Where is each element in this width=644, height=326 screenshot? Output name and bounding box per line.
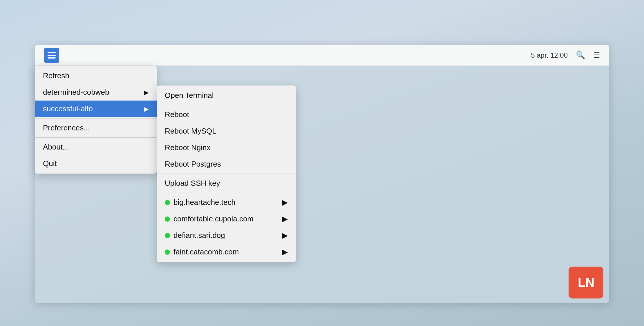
submenu-arrow-icon: ▶ [144,89,149,96]
menu-item-successful-alto[interactable]: successful-alto ▶ [35,101,157,117]
menu-item-quit[interactable]: Quit [35,155,157,172]
menu-icon[interactable]: ☰ [593,51,600,60]
primary-menu: Refresh determined-cobweb ▶ successful-a… [35,66,157,174]
menu-divider-1 [35,118,157,119]
menu-item-defiant-sari[interactable]: defiant.sari.dog ▶ [157,227,296,244]
server-status-dot [165,200,170,205]
menu-item-open-terminal[interactable]: Open Terminal [157,87,296,104]
menu-item-upload-ssh-key[interactable]: Upload SSH key [157,175,296,192]
submenu-arrow-icon: ▶ [282,214,288,223]
sec-divider-2 [157,174,296,174]
menu-item-reboot[interactable]: Reboot [157,106,296,123]
menu-item-comfortable-cupola[interactable]: comfortable.cupola.com ▶ [157,211,296,227]
server-status-dot [165,216,170,222]
sec-divider-1 [157,105,296,105]
menubar-date: 5 apr. 12:00 [531,51,568,59]
menubar: 5 apr. 12:00 🔍 ☰ [35,45,609,66]
submenu-arrow-icon: ▶ [282,247,288,256]
menu-item-faint-catacomb[interactable]: faint.catacomb.com ▶ [157,244,296,260]
menu-item-determined-cobweb[interactable]: determined-cobweb ▶ [35,84,157,101]
app-icon[interactable] [44,48,59,63]
menu-item-reboot-nginx[interactable]: Reboot Nginx [157,139,296,156]
secondary-menu: Open Terminal Reboot Reboot MySQL Reboot… [157,85,296,262]
submenu-arrow-icon: ▶ [282,198,288,207]
menu-item-about[interactable]: About... [35,139,157,155]
submenu-arrow-icon: ▶ [282,231,288,240]
ln-badge: LN [569,267,603,298]
menu-item-reboot-postgres[interactable]: Reboot Postgres [157,156,296,172]
search-icon[interactable]: 🔍 [576,51,585,60]
menu-divider-2 [35,137,157,138]
menu-item-reboot-mysql[interactable]: Reboot MySQL [157,123,296,139]
server-status-dot [165,249,170,255]
menu-item-preferences[interactable]: Preferences... [35,120,157,136]
server-status-dot [165,233,170,238]
menu-item-refresh[interactable]: Refresh [35,68,157,84]
submenu-arrow-icon: ▶ [144,105,149,112]
sec-divider-3 [157,193,296,193]
menu-item-big-heartache[interactable]: big.heartache.tech ▶ [157,194,296,211]
